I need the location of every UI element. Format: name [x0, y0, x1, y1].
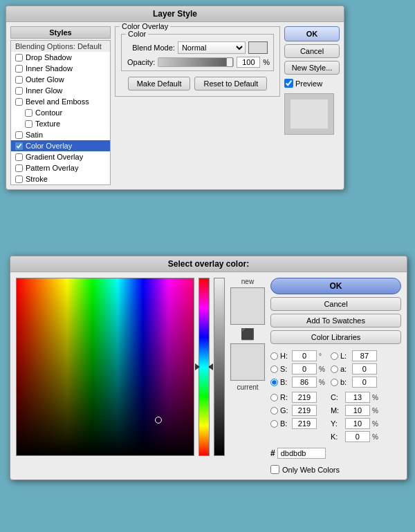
swap-icon[interactable]: ⬛ [241, 327, 255, 341]
h-unit: ° [319, 352, 322, 360]
g-radio[interactable] [270, 407, 278, 415]
color-overlay-checkbox[interactable] [15, 142, 23, 150]
contour-checkbox[interactable] [25, 109, 33, 117]
b2-input[interactable] [292, 418, 317, 429]
hex-hash: # [270, 448, 275, 458]
new-style-button[interactable]: New Style... [284, 61, 340, 75]
s-input[interactable] [292, 363, 317, 374]
sidebar-item-bevel-emboss[interactable]: Bevel and Emboss [11, 96, 110, 107]
sidebar-item-color-overlay[interactable]: Color Overlay [11, 140, 110, 151]
opacity-slider[interactable] [158, 57, 234, 67]
outer-glow-checkbox[interactable] [15, 76, 23, 84]
k-label: K: [331, 433, 343, 441]
b-input[interactable] [292, 377, 317, 388]
g-input[interactable] [292, 405, 317, 416]
only-web-colors-checkbox[interactable] [270, 465, 279, 474]
sidebar-item-blending-options[interactable]: Blending Options: Default [11, 41, 110, 52]
hex-input[interactable] [277, 448, 326, 459]
sidebar-item-gradient-overlay[interactable]: Gradient Overlay [11, 151, 110, 162]
sidebar-item-satin[interactable]: Satin [11, 129, 110, 140]
current-swatch-label: current [237, 383, 258, 391]
r-row: R: [270, 392, 325, 403]
inner-glow-checkbox[interactable] [15, 87, 23, 95]
sidebar-item-inner-shadow[interactable]: Inner Shadow [11, 63, 110, 74]
bevel-emboss-checkbox[interactable] [15, 98, 23, 106]
r-radio[interactable] [270, 394, 278, 401]
l-label: L: [340, 352, 350, 360]
color-swatch[interactable] [248, 41, 268, 54]
satin-checkbox[interactable] [15, 131, 23, 139]
hue-arrow-right [208, 363, 213, 370]
opacity-bar[interactable] [214, 278, 225, 456]
b2-row: B: [270, 418, 325, 429]
web-colors-row: Only Web Colors [270, 465, 401, 474]
h-input[interactable] [292, 350, 317, 361]
cancel-button[interactable]: Cancel [284, 44, 340, 58]
a-radio[interactable] [331, 365, 338, 373]
default-buttons: Make Default Reset to Default [121, 77, 274, 91]
cp-ok-button[interactable]: OK [270, 278, 401, 294]
only-web-colors-label: Only Web Colors [282, 466, 340, 474]
sidebar-item-stroke[interactable]: Stroke [11, 173, 110, 184]
cp-add-to-swatches-button[interactable]: Add To Swatches [270, 314, 401, 327]
b2-radio[interactable] [270, 420, 278, 428]
preview-row: Preview [284, 79, 340, 88]
y-input[interactable] [345, 418, 370, 429]
a-input[interactable] [352, 363, 377, 374]
ok-button[interactable]: OK [284, 26, 340, 41]
hex-row: # [270, 448, 401, 459]
g-row: G: [270, 405, 325, 416]
preview-checkbox[interactable] [284, 79, 293, 88]
l-input[interactable] [352, 350, 377, 361]
sidebar-item-drop-shadow[interactable]: Drop Shadow [11, 52, 110, 63]
new-swatch[interactable] [230, 287, 265, 325]
a-row: a: [331, 363, 378, 374]
inner-shadow-checkbox[interactable] [15, 65, 23, 73]
b-label: B: [280, 378, 290, 386]
b-row: B: % [270, 377, 325, 388]
gradient-overlay-checkbox[interactable] [15, 153, 23, 161]
make-default-button[interactable]: Make Default [128, 77, 191, 91]
opacity-label: Opacity: [127, 58, 155, 66]
sidebar-item-inner-glow[interactable]: Inner Glow [11, 85, 110, 96]
cp-color-libraries-button[interactable]: Color Libraries [270, 330, 401, 344]
k-input[interactable] [345, 431, 370, 442]
hsb-rgb-col: H: ° S: % B: % [270, 350, 325, 443]
h-radio[interactable] [270, 352, 278, 360]
sidebar-item-outer-glow[interactable]: Outer Glow [11, 74, 110, 85]
sidebar-item-pattern-overlay[interactable]: Pattern Overlay [11, 162, 110, 173]
blend-mode-select[interactable]: Normal Dissolve Multiply Screen Overlay [178, 41, 246, 54]
preview-inner [290, 99, 328, 129]
pattern-overlay-checkbox[interactable] [15, 164, 23, 172]
current-swatch[interactable] [230, 343, 265, 381]
color-sub-group: Color Blend Mode: Normal Dissolve Multip… [121, 34, 274, 71]
drop-shadow-checkbox[interactable] [15, 54, 23, 61]
b-radio[interactable] [270, 379, 278, 386]
color-picker-title: Select overlay color: [10, 256, 407, 272]
h-label: H: [280, 352, 290, 360]
styles-panel: Styles Blending Options: Default Drop Sh… [10, 26, 111, 185]
cp-right-panel: OK Cancel Add To Swatches Color Librarie… [270, 278, 401, 474]
sidebar-item-texture[interactable]: Texture [11, 118, 110, 129]
y-label: Y: [331, 419, 343, 428]
texture-checkbox[interactable] [25, 120, 33, 128]
preview-box [284, 93, 334, 135]
r-input[interactable] [292, 392, 317, 403]
s-radio[interactable] [270, 365, 278, 373]
color-field[interactable] [16, 278, 194, 456]
sidebar-item-contour[interactable]: Contour [11, 107, 110, 118]
b-unit: % [319, 379, 325, 386]
b3-row: b: [331, 377, 378, 388]
c-input[interactable] [345, 392, 370, 403]
b3-input[interactable] [352, 377, 377, 388]
l-radio[interactable] [331, 352, 338, 360]
b3-radio[interactable] [331, 379, 338, 386]
layer-style-dialog: Layer Style Styles Blending Options: Def… [6, 6, 344, 190]
m-input[interactable] [345, 405, 370, 416]
stroke-checkbox[interactable] [15, 175, 23, 183]
hue-bar[interactable] [199, 278, 210, 456]
lab-cmyk-col: L: a: b: C: [331, 350, 378, 443]
reset-to-default-button[interactable]: Reset to Default [194, 77, 267, 91]
opacity-input[interactable] [237, 57, 260, 68]
cp-cancel-button[interactable]: Cancel [270, 297, 401, 311]
